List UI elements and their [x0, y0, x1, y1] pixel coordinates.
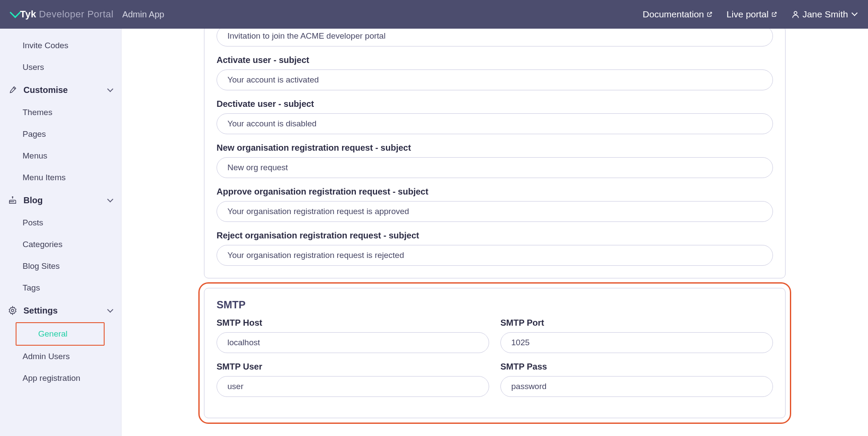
deactivate-user-input[interactable] — [217, 113, 773, 134]
gear-icon — [7, 305, 18, 316]
sidebar-item-posts[interactable]: Posts — [0, 212, 121, 234]
sidebar-item-app-registration[interactable]: App registration — [0, 367, 121, 389]
cake-icon — [7, 195, 18, 206]
user-name: Jane Smith — [802, 9, 848, 20]
new-org-input[interactable] — [217, 157, 773, 178]
chevron-down-icon — [107, 86, 113, 92]
sidebar-item-invite-codes[interactable]: Invite Codes — [0, 35, 121, 56]
approve-org-label: Approve organisation registration reques… — [217, 187, 773, 197]
smtp-port-input[interactable] — [500, 332, 773, 353]
activate-user-input[interactable] — [217, 69, 773, 90]
main-content: Activate user - subject Dectivate user -… — [122, 29, 868, 436]
email-subjects-panel: Activate user - subject Dectivate user -… — [204, 29, 786, 278]
smtp-pass-input[interactable] — [500, 376, 773, 397]
sidebar-item-categories[interactable]: Categories — [0, 234, 121, 255]
app-header: Tyk Developer Portal Admin App Documenta… — [0, 0, 868, 29]
smtp-pass-label: SMTP Pass — [500, 362, 773, 372]
logo-suffix: Developer Portal — [39, 9, 114, 20]
svg-point-0 — [794, 11, 797, 14]
documentation-label: Documentation — [643, 9, 704, 20]
sidebar: Invite Codes Users Customise Themes Page… — [0, 29, 122, 436]
documentation-link[interactable]: Documentation — [643, 9, 713, 20]
sidebar-item-pages[interactable]: Pages — [0, 123, 121, 145]
reject-org-label: Reject organisation registration request… — [217, 231, 773, 241]
activate-user-label: Activate user - subject — [217, 55, 773, 65]
smtp-host-label: SMTP Host — [217, 318, 489, 328]
smtp-port-label: SMTP Port — [500, 318, 773, 328]
sidebar-item-menus[interactable]: Menus — [0, 145, 121, 167]
smtp-title: SMTP — [217, 299, 773, 311]
live-portal-label: Live portal — [727, 9, 769, 20]
user-icon — [791, 10, 800, 19]
svg-point-2 — [11, 309, 14, 312]
approve-org-input[interactable] — [217, 201, 773, 222]
paintbrush-icon — [7, 84, 18, 96]
admin-app-label: Admin App — [122, 10, 164, 20]
sidebar-item-blog-sites[interactable]: Blog Sites — [0, 255, 121, 277]
logo-prefix: Tyk — [20, 9, 36, 20]
logo[interactable]: Tyk Developer Portal — [11, 9, 114, 20]
chevron-down-icon — [852, 10, 858, 16]
deactivate-user-label: Dectivate user - subject — [217, 99, 773, 109]
new-org-label: New organisation registration request - … — [217, 143, 773, 153]
smtp-panel: SMTP SMTP Host SMTP Port SMTP User — [204, 288, 786, 418]
sidebar-item-menu-items[interactable]: Menu Items — [0, 167, 121, 188]
sidebar-section-customise[interactable]: Customise — [0, 78, 121, 102]
invite-subject-input[interactable] — [217, 29, 773, 46]
chevron-down-icon — [107, 307, 113, 313]
reject-org-input[interactable] — [217, 245, 773, 266]
sidebar-section-settings[interactable]: Settings — [0, 299, 121, 322]
user-menu[interactable]: Jane Smith — [791, 9, 857, 20]
sidebar-item-themes[interactable]: Themes — [0, 102, 121, 123]
sidebar-item-users[interactable]: Users — [0, 56, 121, 78]
smtp-user-label: SMTP User — [217, 362, 489, 372]
chevron-down-icon — [107, 196, 113, 202]
sidebar-item-general[interactable]: General — [16, 322, 105, 346]
external-link-icon — [771, 11, 777, 17]
svg-point-1 — [12, 197, 13, 198]
check-icon — [10, 7, 20, 18]
smtp-user-input[interactable] — [217, 376, 489, 397]
sidebar-item-admin-users[interactable]: Admin Users — [0, 346, 121, 367]
external-link-icon — [707, 11, 713, 17]
sidebar-section-blog[interactable]: Blog — [0, 188, 121, 212]
live-portal-link[interactable]: Live portal — [727, 9, 777, 20]
smtp-host-input[interactable] — [217, 332, 489, 353]
sidebar-item-tags[interactable]: Tags — [0, 277, 121, 299]
